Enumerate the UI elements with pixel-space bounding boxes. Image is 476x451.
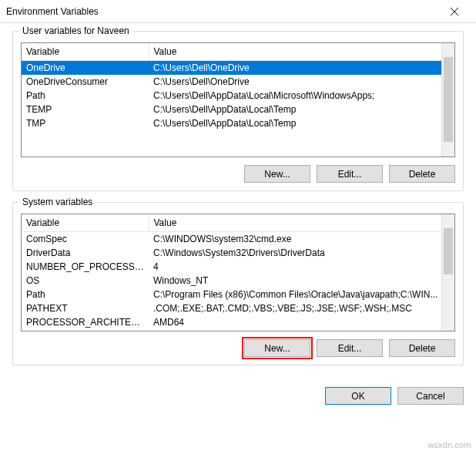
cell-value: Windows_NT bbox=[149, 274, 454, 288]
table-row[interactable]: DriverData C:\Windows\System32\Drivers\D… bbox=[22, 246, 454, 260]
titlebar: Environment Variables bbox=[0, 0, 476, 23]
cell-variable: Path bbox=[22, 288, 149, 301]
system-new-button[interactable]: New... bbox=[244, 339, 310, 357]
user-edit-button[interactable]: Edit... bbox=[317, 165, 383, 183]
user-variables-table[interactable]: Variable Value OneDrive C:\Users\Dell\On… bbox=[21, 42, 455, 157]
cell-value: C:\Users\Dell\AppData\Local\Temp bbox=[149, 116, 454, 130]
ok-button[interactable]: OK bbox=[325, 387, 391, 405]
system-variables-table[interactable]: Variable Value ComSpec C:\WINDOWS\system… bbox=[21, 214, 455, 332]
table-row[interactable]: PATHEXT .COM;.EXE;.BAT;.CMD;.VBS;.VBE;.J… bbox=[22, 301, 454, 315]
table-row[interactable]: TMP C:\Users\Dell\AppData\Local\Temp bbox=[22, 116, 454, 130]
table-header-row: Variable Value bbox=[22, 43, 454, 61]
table-row[interactable]: Path C:\Program Files (x86)\Common Files… bbox=[22, 288, 454, 301]
column-header-value[interactable]: Value bbox=[149, 214, 454, 232]
table-row[interactable]: NUMBER_OF_PROCESSORS 4 bbox=[22, 260, 454, 274]
cancel-button[interactable]: Cancel bbox=[397, 387, 464, 405]
user-buttons-row: New... Edit... Delete bbox=[21, 165, 455, 183]
scroll-thumb[interactable] bbox=[444, 57, 453, 142]
watermark: wsxdn.com bbox=[427, 440, 471, 449]
cell-variable: ComSpec bbox=[22, 232, 149, 247]
user-group-label: User variables for Naveen bbox=[19, 25, 132, 36]
table-header-row: Variable Value bbox=[22, 214, 454, 232]
cell-variable: PROCESSOR_ARCHITECTURE bbox=[22, 315, 149, 329]
close-icon bbox=[451, 8, 458, 15]
system-edit-button[interactable]: Edit... bbox=[317, 339, 383, 357]
cell-value: .COM;.EXE;.BAT;.CMD;.VBS;.VBE;.JS;.JSE;.… bbox=[149, 301, 454, 315]
user-delete-button[interactable]: Delete bbox=[389, 165, 455, 183]
user-new-button[interactable]: New... bbox=[244, 165, 310, 183]
system-delete-button[interactable]: Delete bbox=[389, 339, 455, 357]
cell-variable: OneDrive bbox=[22, 61, 149, 76]
window-title: Environment Variables bbox=[6, 6, 439, 17]
table-row[interactable]: PROCESSOR_ARCHITECTURE AMD64 bbox=[22, 315, 454, 329]
user-variables-group: User variables for Naveen Variable Value… bbox=[12, 31, 464, 191]
cell-variable: OneDriveConsumer bbox=[22, 75, 149, 89]
column-header-value[interactable]: Value bbox=[149, 43, 454, 61]
table-row[interactable]: Path C:\Users\Dell\AppData\Local\Microso… bbox=[22, 89, 454, 103]
cell-variable: TMP bbox=[22, 116, 149, 130]
cell-value: C:\Users\Dell\AppData\Local\Microsoft\Wi… bbox=[149, 89, 454, 103]
table-row[interactable]: TEMP C:\Users\Dell\AppData\Local\Temp bbox=[22, 103, 454, 116]
close-button[interactable] bbox=[439, 1, 470, 22]
cell-variable: DriverData bbox=[22, 246, 149, 260]
table-row[interactable]: OneDriveConsumer C:\Users\Dell\OneDrive bbox=[22, 75, 454, 89]
system-buttons-row: New... Edit... Delete bbox=[21, 339, 455, 357]
cell-value: C:\Program Files (x86)\Common Files\Orac… bbox=[149, 288, 454, 301]
table-row[interactable]: OneDrive C:\Users\Dell\OneDrive bbox=[22, 61, 454, 76]
cell-value: 4 bbox=[149, 260, 454, 274]
cell-value: AMD64 bbox=[149, 315, 454, 329]
cell-variable: OS bbox=[22, 274, 149, 288]
system-variables-group: System variables Variable Value ComSpec … bbox=[12, 202, 464, 365]
cell-variable: PATHEXT bbox=[22, 301, 149, 315]
cell-value: C:\Users\Dell\AppData\Local\Temp bbox=[149, 103, 454, 116]
cell-value: C:\Windows\System32\Drivers\DriverData bbox=[149, 246, 454, 260]
cell-value: C:\Users\Dell\OneDrive bbox=[149, 75, 454, 89]
scroll-thumb[interactable] bbox=[444, 228, 453, 274]
cell-variable: NUMBER_OF_PROCESSORS bbox=[22, 260, 149, 274]
table-row[interactable]: OS Windows_NT bbox=[22, 274, 454, 288]
cell-variable: Path bbox=[22, 89, 149, 103]
cell-value: C:\Users\Dell\OneDrive bbox=[149, 61, 454, 76]
scrollbar[interactable] bbox=[441, 214, 454, 331]
system-group-label: System variables bbox=[19, 197, 96, 207]
cell-value: C:\WINDOWS\system32\cmd.exe bbox=[149, 232, 454, 247]
scrollbar[interactable] bbox=[441, 43, 454, 157]
dialog-footer: OK Cancel bbox=[0, 384, 476, 412]
cell-variable: TEMP bbox=[22, 103, 149, 116]
table-row[interactable]: ComSpec C:\WINDOWS\system32\cmd.exe bbox=[22, 232, 454, 247]
column-header-variable[interactable]: Variable bbox=[22, 214, 149, 232]
dialog-content: User variables for Naveen Variable Value… bbox=[0, 23, 476, 384]
column-header-variable[interactable]: Variable bbox=[22, 43, 149, 61]
